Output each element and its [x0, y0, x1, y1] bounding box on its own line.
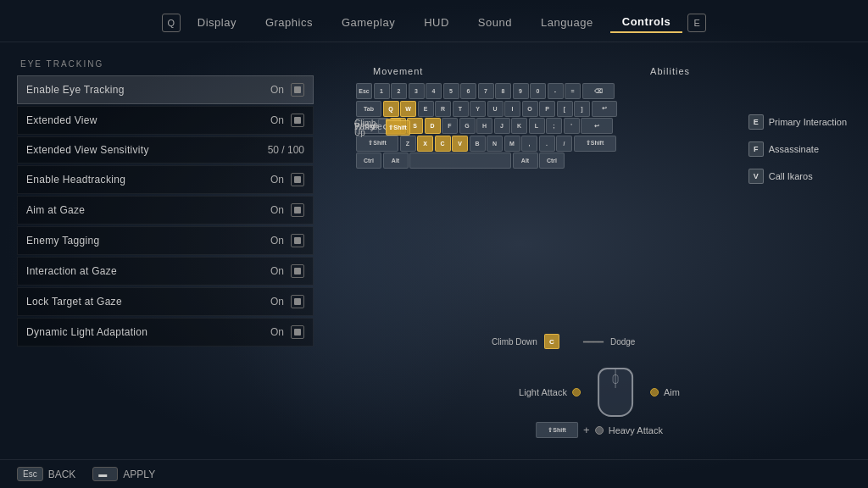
nav-key-right[interactable]: E [687, 14, 706, 32]
key-o: O [522, 101, 538, 117]
binding-action-f: Assassinate [769, 144, 819, 154]
binding-action-e: Primary Interaction [769, 117, 847, 127]
kb-row-numbers: Esc 1 2 3 4 5 6 7 8 9 0 - = ⌫ [356, 83, 711, 99]
key-2: 2 [391, 83, 407, 99]
setting-icon-3 [291, 173, 304, 186]
back-button[interactable]: Esc BACK [17, 467, 75, 481]
setting-extended-view-sensitivity[interactable]: Extended View Sensitivity 50 / 100 [17, 136, 314, 164]
nav-controls[interactable]: Controls [610, 12, 682, 33]
key-quote: ' [564, 118, 580, 134]
key-b: B [470, 136, 486, 152]
setting-right-1: On [270, 114, 304, 127]
binding-key-f: F [748, 141, 764, 157]
key-3: 3 [409, 83, 425, 99]
setting-name-6: Interaction at Gaze [26, 265, 117, 277]
key-enter2: ↩ [581, 118, 613, 134]
key-e: E [418, 101, 434, 117]
keyboard-diagram-panel: Movement Abilities Esc 1 2 3 4 5 6 7 [331, 51, 868, 459]
kb-row-qwerty: Tab Q W E R T Y U I O P [ ] ↩ [356, 101, 711, 117]
kb-row-space: Ctrl Alt Alt Ctrl [356, 152, 711, 169]
key-c: C [435, 136, 451, 152]
mouse-body [598, 368, 633, 417]
setting-icon-5 [291, 234, 304, 247]
left-settings-panel: EYE TRACKING Enable Eye Tracking On Exte… [0, 51, 331, 459]
apply-button[interactable]: ▬ APPLY [92, 467, 155, 481]
nav-gameplay[interactable]: Gameplay [330, 13, 407, 32]
bindings-list: E Primary Interaction F Assassinate V Ca… [748, 114, 847, 184]
setting-right-8: On [270, 325, 304, 339]
setting-dynamic-light-adaptation[interactable]: Dynamic Light Adaptation On [17, 318, 314, 347]
setting-right-4: On [270, 203, 304, 217]
key-tab: Tab [356, 101, 381, 117]
setting-value-8: On [270, 326, 284, 338]
mouse-right-indicator [650, 388, 659, 396]
key-rbracket: ] [574, 101, 590, 117]
binding-primary-interaction: E Primary Interaction [748, 114, 847, 130]
setting-name-3: Enable Headtracking [26, 174, 125, 186]
setting-name-7: Lock Target at Gaze [26, 296, 122, 308]
settings-list: Enable Eye Tracking On Extended View On … [17, 75, 314, 347]
climb-down-label: Climb Down [492, 337, 537, 347]
key-j: J [494, 118, 510, 134]
light-attack-group: Light Attack [519, 387, 581, 397]
top-navigation: Q Display Graphics Gameplay HUD Sound La… [0, 0, 868, 42]
key-6: 6 [460, 83, 476, 99]
setting-aim-at-gaze[interactable]: Aim at Gaze On [17, 196, 314, 225]
setting-icon-4 [291, 203, 304, 217]
dodge-label: Dodge [610, 337, 635, 347]
setting-value-2: 50 / 100 [268, 144, 304, 156]
mouse-row: Light Attack Aim [519, 368, 680, 417]
nav-sound[interactable]: Sound [466, 13, 524, 32]
key-comma: , [521, 136, 537, 152]
setting-icon-0 [291, 83, 304, 97]
back-key: Esc [17, 467, 43, 481]
main-container: Q Display Graphics Gameplay HUD Sound La… [0, 0, 868, 488]
setting-right-3: On [270, 173, 304, 186]
section-label: EYE TRACKING [17, 59, 314, 69]
binding-key-e: E [748, 114, 764, 130]
key-ralt: Alt [513, 152, 538, 169]
heavy-attack-label: Heavy Attack [609, 425, 663, 435]
nav-key-left[interactable]: Q [162, 14, 181, 32]
binding-call-ikaros: V Call Ikaros [748, 169, 847, 184]
setting-enable-headtracking[interactable]: Enable Headtracking On [17, 165, 314, 194]
key-lbracket: [ [557, 101, 573, 117]
plus-sign: + [583, 424, 590, 436]
climbup-key: ⇧Shift [386, 120, 410, 136]
nav-hud[interactable]: HUD [412, 13, 461, 32]
key-u: U [487, 101, 504, 117]
key-k: K [511, 118, 527, 134]
key-rctrl: Ctrl [539, 152, 565, 169]
climbup-label: Climb Up ⇧Shift [354, 119, 410, 137]
setting-enable-eye-tracking[interactable]: Enable Eye Tracking On [17, 75, 314, 104]
key-7: 7 [478, 83, 494, 99]
abilities-label: Abilities [650, 66, 690, 76]
key-9: 9 [513, 83, 529, 99]
key-n: N [487, 136, 503, 152]
binding-assassinate: F Assassinate [748, 141, 847, 157]
setting-interaction-at-gaze[interactable]: Interaction at Gaze On [17, 257, 314, 286]
setting-lock-target-at-gaze[interactable]: Lock Target at Gaze On [17, 287, 314, 316]
setting-name-1: Extended View [26, 114, 97, 126]
light-attack-label: Light Attack [519, 387, 567, 397]
setting-name-2: Extended View Sensitivity [26, 144, 149, 156]
main-content: EYE TRACKING Enable Eye Tracking On Exte… [0, 42, 868, 459]
setting-right-6: On [270, 264, 304, 278]
key-v: V [452, 136, 468, 152]
mouse-scroll [612, 374, 618, 384]
nav-graphics[interactable]: Graphics [253, 13, 325, 32]
setting-extended-view[interactable]: Extended View On [17, 106, 314, 135]
mouse-left-indicator [572, 388, 581, 396]
key-g: G [459, 118, 476, 134]
back-label: BACK [48, 469, 76, 480]
key-slash: / [556, 136, 572, 152]
setting-value-5: On [270, 235, 284, 247]
nav-language[interactable]: Language [529, 13, 605, 32]
key-z: Z [400, 136, 416, 152]
key-x: X [417, 136, 433, 152]
setting-name-4: Aim at Gaze [26, 204, 85, 216]
key-1: 1 [374, 83, 390, 99]
climb-down-section: Climb Down C ━━━━ Dodge [492, 334, 635, 349]
setting-enemy-tagging[interactable]: Enemy Tagging On [17, 226, 314, 255]
nav-display[interactable]: Display [186, 13, 248, 32]
